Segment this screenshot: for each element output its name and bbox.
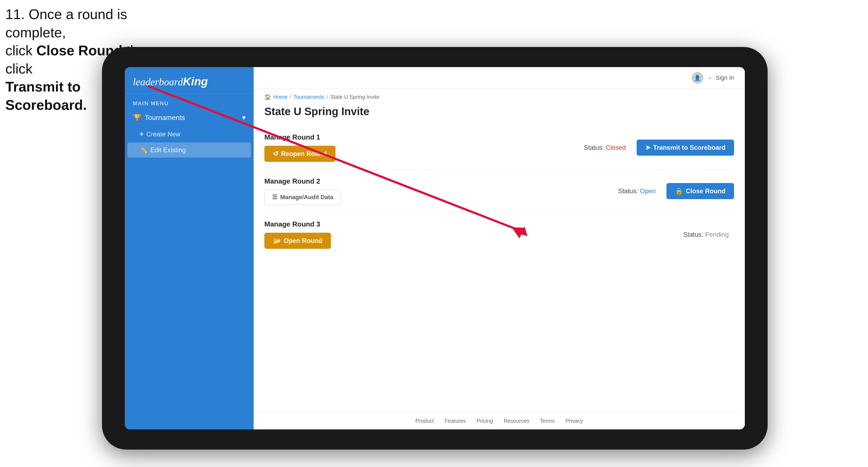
lock-icon: 🔒 bbox=[675, 187, 683, 195]
user-icon: 👤 bbox=[694, 74, 701, 81]
main-content: 👤 → Sign In 🏠 Home / Tournaments / State… bbox=[254, 67, 745, 429]
main-menu-label: MAIN MENU bbox=[125, 94, 254, 109]
manage-audit-data-button[interactable]: ☰ Manage/Audit Data bbox=[265, 190, 341, 205]
sign-in-area[interactable]: 👤 → Sign In bbox=[692, 72, 734, 84]
breadcrumb-sep-1: / bbox=[289, 94, 291, 100]
footer-pricing[interactable]: Pricing bbox=[477, 418, 493, 424]
round-2-status: Status: Open bbox=[618, 187, 656, 195]
reopen-icon: ↺ bbox=[273, 150, 278, 158]
breadcrumb-home[interactable]: Home bbox=[273, 94, 287, 100]
footer-resources[interactable]: Resources bbox=[504, 418, 530, 424]
round-3-row: Manage Round 3 📂 Open Round Status: Pend… bbox=[265, 213, 734, 256]
breadcrumb-tournaments[interactable]: Tournaments bbox=[293, 94, 324, 100]
footer-privacy[interactable]: Privacy bbox=[565, 418, 583, 424]
breadcrumb-current: State U Spring Invite bbox=[330, 94, 379, 100]
round-2-label: Manage Round 2 bbox=[265, 177, 618, 185]
chevron-down-icon: ▾ bbox=[242, 114, 246, 122]
page-body: State U Spring Invite Manage Round 1 ↺ R… bbox=[254, 100, 745, 412]
close-round-button[interactable]: 🔒 Close Round bbox=[666, 183, 734, 199]
tablet-device: leaderboardKing MAIN MENU 🏆 Tournaments … bbox=[102, 47, 768, 449]
logo-area: leaderboardKing bbox=[125, 67, 254, 94]
round-3-status: Status: Pending bbox=[683, 231, 729, 238]
plus-icon: + bbox=[140, 130, 144, 138]
trophy-icon: 🏆 bbox=[133, 114, 142, 122]
avatar: 👤 bbox=[692, 72, 704, 84]
top-navigation: 👤 → Sign In bbox=[254, 67, 745, 89]
round-1-row: Manage Round 1 ↺ Reopen Round Status: Cl… bbox=[265, 126, 734, 169]
round-2-row: Manage Round 2 ☰ Manage/Audit Data Statu… bbox=[265, 169, 734, 213]
transmit-to-scoreboard-button[interactable]: ➤ Transmit to Scoreboard bbox=[637, 139, 734, 156]
transmit-icon: ➤ bbox=[645, 144, 651, 151]
home-icon: 🏠 bbox=[265, 94, 271, 100]
open-round-button[interactable]: 📂 Open Round bbox=[265, 233, 331, 249]
sign-in-arrow-icon: → bbox=[707, 74, 713, 81]
reopen-round-button[interactable]: ↺ Reopen Round bbox=[265, 146, 336, 162]
edit-icon: ✏️ bbox=[140, 146, 148, 154]
round-3-label: Manage Round 3 bbox=[265, 220, 683, 228]
page-title: State U Spring Invite bbox=[265, 105, 734, 118]
audit-icon: ☰ bbox=[272, 194, 278, 201]
sidebar-item-edit-existing[interactable]: ✏️ Edit Existing bbox=[127, 143, 251, 158]
app-logo: leaderboardKing bbox=[133, 75, 246, 88]
sidebar-item-tournaments[interactable]: 🏆 Tournaments ▾ bbox=[125, 109, 254, 126]
round-1-label: Manage Round 1 bbox=[265, 133, 584, 142]
open-icon: 📂 bbox=[273, 237, 281, 245]
footer: Product Features Pricing Resources Terms… bbox=[254, 412, 745, 429]
footer-product[interactable]: Product bbox=[415, 418, 434, 424]
breadcrumb-sep-2: / bbox=[327, 94, 328, 100]
sidebar: leaderboardKing MAIN MENU 🏆 Tournaments … bbox=[125, 67, 254, 429]
footer-terms[interactable]: Terms bbox=[540, 418, 555, 424]
round-1-status: Status: Closed bbox=[584, 144, 626, 151]
tablet-screen: leaderboardKing MAIN MENU 🏆 Tournaments … bbox=[125, 67, 745, 429]
sidebar-item-create-new[interactable]: + Create New bbox=[125, 126, 254, 142]
footer-features[interactable]: Features bbox=[445, 418, 466, 424]
breadcrumb: 🏠 Home / Tournaments / State U Spring In… bbox=[254, 89, 745, 100]
